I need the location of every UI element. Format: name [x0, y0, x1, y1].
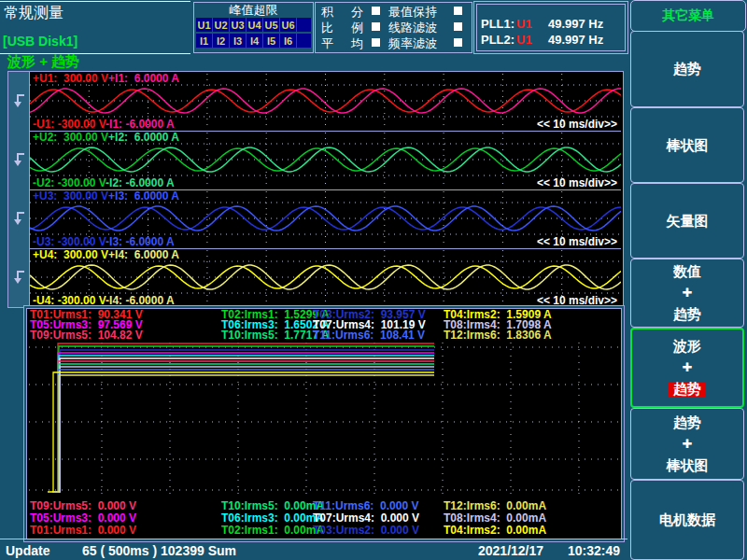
toggle-checkbox[interactable]	[454, 7, 462, 15]
sidebar-item-label: 数值	[673, 264, 701, 279]
peak-cell-U3: U3	[230, 18, 246, 32]
waveform-scale-top: +U2: 300.00 V+I2: 6.0000 A	[33, 131, 179, 144]
voltage-scale-label: +U2: 300.00 V	[33, 131, 108, 144]
time-per-div-label: << 10 ms/div>>	[537, 294, 617, 307]
status-date: 2021/12/17	[478, 543, 543, 558]
sidebar-item-2[interactable]: 矢量图	[630, 183, 744, 259]
pll-row: PLL1:U149.997 Hz	[481, 17, 623, 33]
pll-frequency: 49.997 Hz	[548, 33, 603, 47]
sidebar-item-0[interactable]: 趋势	[630, 31, 744, 107]
waveform-scale-bottom: -U3: -300.00 V-I3: -6.0000 A	[33, 235, 175, 248]
waveform-scale-top: +U1: 300.00 V+I1: 6.0000 A	[33, 72, 179, 85]
status-time: 10:32:49	[568, 543, 620, 558]
waveform-scale-bottom: -U4: -300.00 V-I4: -6.0000 A	[33, 294, 175, 307]
current-scale-label: +I2: 6.0000 A	[108, 131, 179, 144]
mode-title: 常规测量	[4, 4, 63, 23]
peak-cell-U6: U6	[280, 18, 296, 32]
waveform-scale-bottom: -U1: -300.00 V-I1: -6.0000 A	[33, 118, 175, 131]
peak-grid-row: I1I2I3I4I5I6	[196, 34, 311, 48]
peak-cell-blank	[297, 34, 311, 48]
peak-cell-I6: I6	[280, 34, 296, 48]
time-per-div-label: << 10 ms/div>>	[537, 176, 617, 189]
sidebar-item-label: 棒状图	[667, 458, 709, 473]
plus-icon: ✚	[683, 360, 693, 375]
sidebar-item-label: 趋势	[669, 382, 706, 397]
usb-disk-label: [USB Disk1]	[3, 34, 78, 49]
toggle-checkbox[interactable]	[372, 7, 380, 15]
pll-row: PLL2:U149.997 Hz	[481, 33, 623, 49]
trend-panel: T01:Urms1: 90.341 VT02:Irms1: 1.5299 AT0…	[26, 308, 622, 539]
status-bar: Update 65 ( 500ms ) 102399 Sum 2021/12/1…	[0, 539, 627, 560]
peak-grid: U1U2U3U4U5U6I1I2I3I4I5I6	[194, 18, 313, 48]
waveform-scale-bottom: -U2: -300.00 V-I2: -6.0000 A	[33, 176, 175, 189]
trend-cursor-value: T04:Irms2: 0.00mA	[444, 525, 618, 537]
trend-cursor-value: T01:Urms1: 0.000 V	[30, 525, 221, 537]
pll-source: U1	[516, 17, 532, 31]
sidebar-item-label: 波形	[673, 339, 701, 354]
voltage-scale-label: +U1: 300.00 V	[33, 72, 108, 85]
sidebar-item-1[interactable]: 棒状图	[630, 107, 744, 183]
toggle-label2: 频率滤波	[388, 35, 437, 52]
sidebar-item-label: 趋势	[673, 415, 701, 430]
current-scale-label: -I3: -6.0000 A	[106, 235, 175, 248]
voltage-scale-label: -U2: -300.00 V	[33, 176, 106, 189]
peak-cell-I1: I1	[196, 34, 212, 48]
trend-value: T10:Irms5: 1.7717 A	[221, 330, 313, 341]
sidebar-item-label: 趋势	[673, 62, 701, 77]
toggle-label-part1: 平	[321, 35, 333, 52]
sidebar-item-4-selected[interactable]: 波形✚趋势	[630, 328, 744, 408]
trigger-arrow-icon	[11, 92, 26, 113]
current-scale-label: -I1: -6.0000 A	[106, 118, 175, 131]
pll-name: PLL1:	[481, 17, 514, 31]
peak-over-limit-title: 峰值超限	[194, 3, 313, 18]
trend-plot	[29, 341, 619, 497]
waveform-scale-top: +U3: 300.00 V+I3: 6.0000 A	[33, 189, 179, 203]
status-counter: 65 ( 500ms ) 102399 Sum	[82, 543, 236, 558]
pll-rows: PLL1:U149.997 HzPLL2:U149.997 Hz	[481, 17, 623, 49]
toggle-row: 积分最值保持	[316, 3, 472, 19]
plus-icon: ✚	[683, 286, 693, 301]
waveform-channel-2: +U2: 300.00 V+I2: 6.0000 A-U2: -300.00 V…	[30, 131, 621, 190]
header-mode-box: 常规测量 [USB Disk1]	[0, 1, 190, 54]
peak-cell-I2: I2	[213, 34, 229, 48]
trend-cursor-value: T02:Irms1: 0.00mA	[221, 525, 313, 537]
toggle-checkbox[interactable]	[454, 38, 462, 47]
sidebar-item-3[interactable]: 数值✚趋势	[630, 259, 744, 328]
current-scale-label: +I3: 6.0000 A	[108, 189, 179, 203]
toggle-checkbox[interactable]	[372, 38, 380, 47]
pll-inner-frame: PLL1:U149.997 HzPLL2:U149.997 Hz	[476, 4, 626, 51]
view-title: 波形 + 趋势	[7, 53, 79, 71]
sidebar-item-6[interactable]: 电机数据	[630, 480, 744, 560]
toggle-checkbox[interactable]	[372, 22, 380, 31]
trend-value: T11:Urms6: 108.41 V	[313, 330, 444, 341]
status-update-label: Update	[6, 543, 49, 558]
waveform-channel-3: +U3: 300.00 V+I3: 6.0000 A-U3: -300.00 V…	[30, 189, 621, 249]
toggle-row: 比例线路滤波	[316, 19, 472, 35]
power-analyzer-screen: 常规测量 [USB Disk1] 峰值超限 U1U2U3U4U5U6I1I2I3…	[0, 0, 747, 560]
trigger-arrow-icon	[11, 151, 26, 172]
plus-icon: ✚	[683, 437, 693, 452]
pll-name: PLL2:	[481, 33, 514, 47]
peak-cell-blank	[297, 18, 311, 32]
trend-value: T12:Irms6: 1.8306 A	[444, 330, 618, 341]
current-scale-label: -I2: -6.0000 A	[106, 176, 175, 189]
sidebar-item-5[interactable]: 趋势✚棒状图	[630, 408, 744, 480]
voltage-scale-label: -U1: -300.00 V	[33, 118, 106, 131]
trigger-arrow-icon	[11, 269, 26, 289]
time-per-div-label: << 10 ms/div>>	[537, 235, 617, 248]
pll-box: PLL1:U149.997 HzPLL2:U149.997 Hz	[473, 1, 628, 54]
voltage-scale-label: -U4: -300.00 V	[33, 294, 106, 307]
waveform-channel-1: +U1: 300.00 V+I1: 6.0000 A-U1: -300.00 V…	[30, 72, 621, 132]
sidebar-item-label: 棒状图	[667, 138, 709, 153]
sidebar-menu: 其它菜单 趋势棒状图矢量图数值✚趋势波形✚趋势趋势✚棒状图电机数据	[629, 0, 747, 560]
peak-over-limit-box: 峰值超限 U1U2U3U4U5U6I1I2I3I4I5I6	[193, 2, 314, 53]
trend-cursor-values: T09:Urms5: 0.000 VT10:Irms5: 0.00mAT11:U…	[30, 500, 618, 537]
measure-toggles-box: 积分最值保持比例线路滤波平均频率滤波	[315, 2, 472, 53]
peak-cell-I3: I3	[230, 34, 246, 48]
waveform-panel: +U1: 300.00 V+I1: 6.0000 A-U1: -300.00 V…	[7, 71, 624, 308]
peak-cell-U4: U4	[247, 18, 262, 32]
voltage-scale-label: +U3: 300.00 V	[33, 189, 108, 203]
peak-cell-U5: U5	[263, 18, 279, 32]
peak-cell-I5: I5	[263, 34, 279, 48]
toggle-checkbox[interactable]	[454, 22, 462, 31]
